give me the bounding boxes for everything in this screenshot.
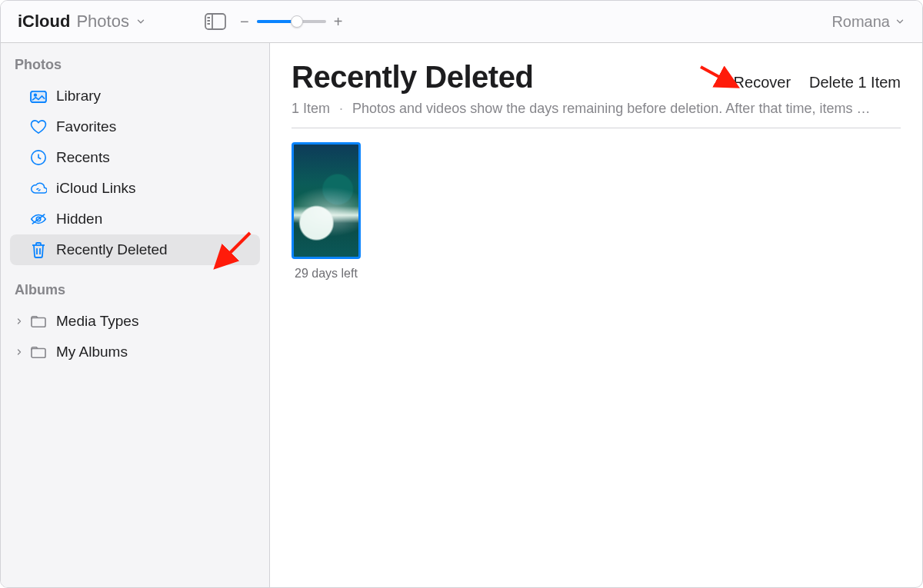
svg-rect-0 xyxy=(205,14,225,29)
separator-dot: · xyxy=(339,101,343,117)
sidebar-item-label: Favorites xyxy=(56,118,116,135)
delete-button[interactable]: Delete 1 Item xyxy=(809,74,901,91)
svg-rect-14 xyxy=(32,349,45,358)
page-subheading: 1 Item · Photos and videos show the days… xyxy=(292,101,901,128)
svg-point-7 xyxy=(35,94,37,96)
sidebar-item-label: Hidden xyxy=(56,211,102,228)
sidebar-item-label: Media Types xyxy=(56,313,138,330)
folder-icon xyxy=(30,345,47,359)
sidebar-item-label: iCloud Links xyxy=(56,180,136,197)
svg-rect-13 xyxy=(32,318,45,327)
app-name: iCloud xyxy=(18,12,70,32)
chevron-down-icon xyxy=(895,16,905,27)
account-menu[interactable]: Romana xyxy=(831,13,905,31)
zoom-slider[interactable] xyxy=(257,15,326,28)
sidebar-item-label: Recents xyxy=(56,149,110,166)
header-actions: Recover Delete 1 Item xyxy=(734,74,901,91)
zoom-out-button[interactable]: − xyxy=(240,13,249,31)
svg-rect-5 xyxy=(31,91,46,102)
photo-image xyxy=(292,142,361,259)
sidebar-section-label: Photos xyxy=(10,57,260,81)
heart-icon xyxy=(30,119,47,135)
days-left-label: 29 days left xyxy=(295,267,358,281)
item-count: 1 Item xyxy=(292,101,330,117)
sidebar-item-recents[interactable]: Recents xyxy=(10,142,260,173)
page-title: Recently Deleted xyxy=(292,60,533,95)
sidebar-item-media-types[interactable]: Media Types xyxy=(10,306,260,337)
toggle-sidebar-button[interactable] xyxy=(205,13,226,30)
account-name: Romana xyxy=(831,13,890,31)
sidebar-section-label: Albums xyxy=(10,282,260,306)
photo-icon xyxy=(30,89,47,103)
sidebar-item-favorites[interactable]: Favorites xyxy=(10,111,260,142)
zoom-in-button[interactable]: + xyxy=(334,13,343,31)
zoom-control: − + xyxy=(240,13,342,31)
app-title-dropdown[interactable]: iCloud Photos xyxy=(18,12,146,32)
clock-icon xyxy=(30,149,47,166)
app-section: Photos xyxy=(76,12,129,32)
chevron-down-icon xyxy=(135,16,146,27)
sidebar-item-hidden[interactable]: Hidden xyxy=(10,204,260,234)
hidden-eye-icon xyxy=(30,212,47,226)
recover-button[interactable]: Recover xyxy=(734,74,791,91)
chevron-right-icon[interactable] xyxy=(15,347,24,357)
info-text: Photos and videos show the days remainin… xyxy=(352,101,870,117)
folder-icon xyxy=(30,314,47,328)
trash-icon xyxy=(30,241,47,258)
sidebar-item-label: My Albums xyxy=(56,344,128,360)
sidebar-item-my-albums[interactable]: My Albums xyxy=(10,337,260,367)
sidebar-item-icloud-links[interactable]: iCloud Links xyxy=(10,173,260,204)
sidebar: Photos Library Favorites Recents iCloud … xyxy=(1,43,270,587)
sidebar-item-recently-deleted[interactable]: Recently Deleted xyxy=(10,234,260,265)
chevron-right-icon[interactable] xyxy=(15,317,24,326)
sidebar-item-library[interactable]: Library xyxy=(10,81,260,111)
content-pane: Recently Deleted Recover Delete 1 Item 1… xyxy=(270,43,922,587)
photo-grid: 29 days left xyxy=(292,128,901,281)
sidebar-item-label: Library xyxy=(56,88,101,105)
cloud-link-icon xyxy=(30,181,47,195)
photo-thumbnail[interactable]: 29 days left xyxy=(292,142,361,281)
sidebar-item-label: Recently Deleted xyxy=(56,241,168,258)
toolbar: iCloud Photos − + Romana xyxy=(1,1,922,43)
